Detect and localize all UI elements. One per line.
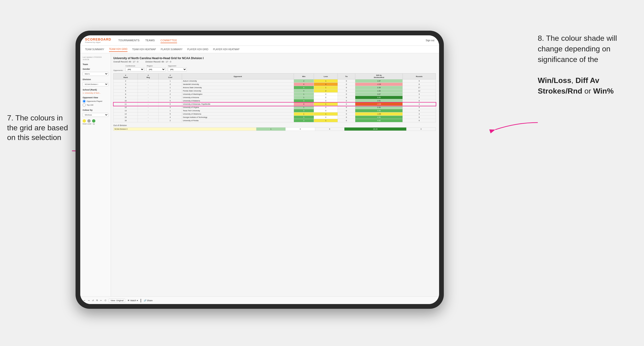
annotation-win-pct: Win%: [593, 87, 614, 95]
sidebar-radio-group: Opponents Played Top 100: [82, 100, 108, 107]
col-rank: #Rank: [114, 74, 138, 79]
table-row: 4-1Arizona State University5102.2817: [114, 86, 436, 89]
grid-records: Overall Record: 89 - 17 - 0 Division Rec…: [113, 61, 436, 63]
table-row: 3-2Vanderbilt University040-2.298: [114, 83, 436, 86]
app-header: SCOREBOARD Powered by clippd TOURNAMENTS…: [80, 35, 439, 46]
out-of-division-table: NCAA Division II10026.003: [113, 127, 436, 131]
table-row: 10-5University of Alabama3002.618: [114, 99, 436, 103]
table-row: 12-3University of Virginia1002.333: [114, 106, 436, 109]
opponent-filter-select[interactable]: (All): [168, 67, 187, 71]
sub-nav-player-summary[interactable]: PLAYER SUMMARY: [161, 47, 182, 52]
annotation-connector: or: [584, 87, 593, 95]
sidebar-colour-by-label: Colour by: [82, 109, 108, 111]
col-tie: Tie: [338, 74, 355, 79]
annotation-right: 8. The colour shade will change dependin…: [538, 33, 637, 96]
sub-nav-team-h2h-heatmap[interactable]: TEAM H2H HEATMAP: [132, 47, 156, 52]
bottom-toolbar: ↩ ↪ ↺ ⧉ ✂ ⏱ View: Original 👁 Watch ▾ | 🔗…: [80, 297, 439, 304]
col-conf: #Conf: [159, 74, 182, 79]
division-record: Division Record: 88 - 17 - 0: [146, 61, 171, 63]
logo-text: SCOREBOARD: [85, 37, 111, 41]
legend-up-label: Up: [92, 123, 95, 125]
nav-committee[interactable]: COMMITTEE: [160, 38, 177, 43]
annotation-win-loss: Win/Loss: [538, 76, 571, 85]
nav-teams[interactable]: TEAMS: [145, 38, 155, 43]
sidebar-colour-by-section: Colour by Win/loss Diff Av Strokes/Rnd W…: [82, 109, 108, 117]
toolbar-undo[interactable]: ↩: [84, 299, 86, 302]
sidebar-last-updated: Last Updated: 27/03/2024 16:55:38: [82, 56, 108, 61]
colour-dot-down: [82, 119, 86, 123]
toolbar-clock[interactable]: ⏱: [104, 299, 106, 302]
toolbar-watch[interactable]: 👁 Watch ▾: [128, 299, 138, 302]
legend-level-label: Level: [87, 123, 91, 125]
toolbar-cut[interactable]: ✂: [100, 299, 102, 302]
sidebar-gender-select[interactable]: Men's: [82, 72, 108, 76]
logo-sub: Powered by clippd: [85, 41, 111, 43]
sidebar-radio-opponents-played[interactable]: Opponents Played: [82, 100, 108, 103]
table-row: 6-2Florida State University4201.8312: [114, 89, 436, 93]
sub-nav-player-h2h-heatmap[interactable]: PLAYER H2H HEATMAP: [213, 47, 240, 52]
out-of-division-body: NCAA Division II10026.003: [114, 128, 436, 131]
tablet-frame: SCOREBOARD Powered by clippd TOURNAMENTS…: [76, 31, 444, 309]
opponent-filter-label: Opponent: [168, 65, 187, 67]
sub-nav-team-summary[interactable]: TEAM SUMMARY: [85, 47, 104, 52]
region-filter-label: Region: [146, 65, 166, 67]
colour-legend-section: Down Level Up: [82, 119, 108, 125]
overall-record: Overall Record: 89 - 17 - 0: [113, 61, 138, 63]
nav-tournaments[interactable]: TOURNAMENTS: [118, 38, 140, 43]
sidebar-school-label: School (Rank): [82, 89, 108, 91]
colour-legend-labels: Down Level Up: [82, 123, 108, 125]
conference-filter-select[interactable]: (All): [125, 67, 144, 71]
sidebar-school-value: 1. University of Nort...: [82, 92, 108, 94]
col-reg: #Reg: [138, 74, 159, 79]
sidebar-colour-by-select[interactable]: Win/loss Diff Av Strokes/Rnd Win%: [82, 113, 108, 117]
legend-down-label: Down: [82, 123, 86, 125]
toolbar-share[interactable]: 🔗 Share: [144, 299, 153, 302]
table-header-row: #Rank #Reg #Conf Opponent Win Loss Tie D…: [114, 74, 436, 79]
grid-area: University of North Carolina Head-to-Hea…: [111, 53, 439, 304]
col-opponent: Opponent: [182, 74, 294, 79]
sub-nav-team-h2h-grid[interactable]: TEAM H2H GRID: [109, 47, 128, 52]
col-loss: Loss: [314, 74, 338, 79]
sidebar-opponent-view-label: Opponent View: [82, 96, 108, 99]
opponents-filter-label: Opponents:: [113, 69, 123, 71]
colour-dot-level: [87, 119, 91, 123]
sidebar-opponent-view-section: Opponent View Opponents Played Top 100: [82, 96, 108, 107]
toolbar-copy[interactable]: ⧉: [96, 299, 98, 302]
toolbar-back[interactable]: ↺: [92, 299, 94, 302]
sub-nav-player-h2h-grid[interactable]: PLAYER H2H GRID: [187, 47, 208, 52]
col-win: Win: [294, 74, 314, 79]
annotation-right-text: 8. The colour shade will change dependin…: [538, 34, 617, 64]
table-body: 2-1Auburn University2101.6793-2Vanderbil…: [114, 79, 436, 122]
logo-area: SCOREBOARD Powered by clippd: [85, 37, 111, 43]
sub-navigation: TEAM SUMMARY TEAM H2H GRID TEAM H2H HEAT…: [80, 46, 439, 53]
toolbar-redo[interactable]: ↪: [88, 299, 90, 302]
out-of-division-label: Out of division: [113, 124, 436, 127]
sidebar-radio-top100[interactable]: Top 100: [82, 103, 108, 107]
sidebar-team-section: Team: [82, 63, 108, 65]
toolbar-view-label[interactable]: View: Original: [109, 299, 125, 302]
region-filter-select[interactable]: (All): [146, 67, 166, 71]
table-row: 2-1Auburn University2101.679: [114, 79, 436, 83]
data-table: #Rank #Reg #Conf Opponent Win Loss Tie D…: [113, 73, 436, 122]
main-content: Last Updated: 27/03/2024 16:55:38 Team G…: [80, 53, 439, 304]
sidebar-gender-section: Gender Men's: [82, 68, 108, 76]
table-row: 11-6University of Arkansas, Fayetteville…: [114, 103, 436, 106]
sidebar-division-section: Division NCAA Division I: [82, 78, 108, 86]
col-diff: Diff AvStrokes/Rnd: [355, 74, 403, 79]
table-row: 15-4Georgia Institute of Technology5004.…: [114, 116, 436, 119]
opponent-filter: Opponent (All): [168, 65, 187, 71]
sidebar-division-select[interactable]: NCAA Division I: [82, 82, 108, 86]
colour-legend: [82, 119, 108, 123]
nav-menu: TOURNAMENTS TEAMS COMMITTEE: [118, 38, 426, 43]
sidebar-gender-label: Gender: [82, 68, 108, 70]
sign-out-link[interactable]: Sign out: [426, 39, 434, 42]
grid-title: University of North Carolina Head-to-Hea…: [113, 57, 436, 60]
out-of-division-section: Out of division NCAA Division II10026.00…: [113, 124, 436, 131]
arrow-right-svg: [493, 116, 540, 134]
sidebar-team-label: Team: [82, 63, 108, 65]
annotation-left-text: 7. The colours in the grid are based on …: [7, 114, 68, 142]
table-row: 13-1Texas Tech University3005.569: [114, 109, 436, 112]
sidebar: Last Updated: 27/03/2024 16:55:38 Team G…: [80, 53, 111, 304]
tablet-screen: SCOREBOARD Powered by clippd TOURNAMENTS…: [80, 35, 439, 304]
conference-filter: Conference (All): [125, 65, 144, 71]
